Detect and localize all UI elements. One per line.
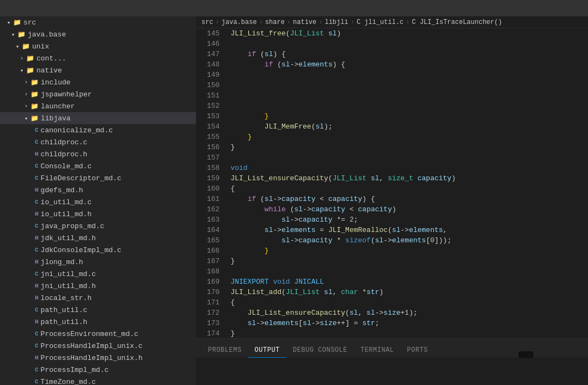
code-line: while (sl->capacity < capacity): [230, 204, 588, 215]
sidebar-item-childproc.h[interactable]: H childproc.h: [0, 148, 196, 160]
sidebar-item-JdkConsoleImpl_md.c[interactable]: C JdkConsoleImpl_md.c: [0, 244, 196, 256]
panel-tab-ports[interactable]: PORTS: [401, 343, 435, 358]
file-type-icon: H: [35, 235, 39, 241]
sidebar-item-jlong_md.h[interactable]: H jlong_md.h: [0, 256, 196, 268]
code-line: [230, 90, 588, 101]
sidebar-item-path_util.h[interactable]: H path_util.h: [0, 316, 196, 328]
line-number: 156: [207, 142, 219, 152]
sidebar-item-java-base[interactable]: ▾📁java.base: [0, 28, 196, 40]
code-line: JLI_List_add(JLI_List sl, char *str): [230, 287, 588, 297]
folder-icon: 📁: [30, 102, 39, 111]
sidebar-item-label: jspawnhelper: [41, 90, 92, 99]
panel-tab-terminal[interactable]: TERMINAL: [354, 343, 401, 358]
file-type-icon: C: [35, 307, 39, 313]
code-line: sl->capacity * sizeof(sl->elements[0]));: [230, 235, 588, 246]
file-type-icon: H: [35, 187, 39, 193]
breadcrumb-item: src: [201, 19, 213, 26]
line-number: 169: [207, 277, 219, 287]
folder-icon: 📁: [17, 30, 26, 39]
line-number: 150: [207, 80, 219, 90]
code-line: [230, 152, 588, 163]
code-line: JLI_List_ensureCapacity(JLI_List sl, siz…: [230, 173, 588, 184]
sidebar-item-label: childproc.h: [41, 150, 88, 158]
breadcrumb-separator: ›: [216, 19, 219, 26]
sidebar[interactable]: ▾📁src▾📁java.base▾📁unix›📁cont...▾📁native›…: [0, 16, 196, 385]
sidebar-item-jni_util_md.c[interactable]: C jni_util_md.c: [0, 268, 196, 280]
breadcrumb: src›java.base›share›native›libjli›C jli_…: [196, 16, 588, 28]
line-number: 146: [207, 39, 219, 49]
code-view[interactable]: 1451461471481491501511521531541551561571…: [196, 28, 588, 338]
sidebar-item-Console_md.c[interactable]: C Console_md.c: [0, 160, 196, 172]
line-number: 152: [207, 101, 219, 111]
sidebar-item-label: jlong_md.h: [41, 258, 83, 266]
folder-icon: 📁: [26, 66, 34, 75]
sidebar-item-io_util_md.h[interactable]: H io_util_md.h: [0, 208, 196, 220]
sidebar-item-ProcessHandleImpl_unix.h[interactable]: H ProcessHandleImpl_unix.h: [0, 352, 196, 364]
sidebar-item-TimeZone_md.c[interactable]: C TimeZone_md.c: [0, 376, 196, 385]
sidebar-item-label: java.base: [28, 30, 66, 39]
line-number: 158: [207, 163, 219, 173]
code-line: [230, 39, 588, 49]
line-number: 165: [207, 235, 219, 246]
sidebar-item-src[interactable]: ▾📁src: [0, 16, 196, 28]
breadcrumb-item: C JLI_IsTraceLauncher(): [412, 19, 503, 26]
line-number: 172: [207, 308, 219, 318]
sidebar-item-label: FileDescriptor_md.c: [41, 174, 121, 182]
sidebar-item-io_util_md.c[interactable]: C io_util_md.c: [0, 196, 196, 208]
breadcrumb-separator: ›: [351, 19, 354, 26]
sidebar-item-canonicalize_md.c[interactable]: C canonicalize_md.c: [0, 124, 196, 136]
folder-icon: 📁: [30, 114, 39, 123]
sidebar-item-ProcessHandleImpl_unix.c[interactable]: C ProcessHandleImpl_unix.c: [0, 340, 196, 352]
panel-tab-output[interactable]: OUTPUT: [248, 343, 286, 358]
line-number: 174: [207, 328, 219, 338]
sidebar-item-libjava[interactable]: ▾📁libjava: [0, 112, 196, 124]
file-type-icon: C: [35, 223, 39, 229]
sidebar-item-ProcessImpl_md.c[interactable]: C ProcessImpl_md.c: [0, 364, 196, 376]
sidebar-item-locale_str.h[interactable]: H locale_str.h: [0, 292, 196, 304]
breadcrumb-separator: ›: [287, 19, 291, 26]
sidebar-item-unix[interactable]: ▾📁unix: [0, 40, 196, 52]
sidebar-item-label: jdk_util_md.h: [41, 234, 96, 242]
line-number: 168: [207, 266, 219, 277]
code-content: JLI_List_free(JLI_List sl) if (sl) { if …: [225, 28, 588, 338]
breadcrumb-separator: ›: [318, 19, 322, 26]
sidebar-item-label: ProcessImpl_md.c: [41, 366, 109, 374]
code-line: }: [230, 142, 588, 152]
line-number: 157: [207, 152, 219, 163]
sidebar-item-include[interactable]: ›📁include: [0, 76, 196, 88]
sidebar-item-native[interactable]: ▾📁native: [0, 64, 196, 76]
code-line: JLI_MemFree(sl);: [230, 121, 588, 132]
breadcrumb-item: share: [265, 19, 285, 26]
code-line: if (sl->elements) {: [230, 59, 588, 70]
sidebar-item-FileDescriptor_md.c[interactable]: C FileDescriptor_md.c: [0, 172, 196, 184]
line-number: 145: [207, 28, 219, 39]
sidebar-item-jdk_util_md.h[interactable]: H jdk_util_md.h: [0, 232, 196, 244]
sidebar-item-label: Console_md.c: [41, 162, 92, 170]
file-type-icon: H: [35, 283, 39, 289]
sidebar-item-ProcessEnvironment_md.c[interactable]: C ProcessEnvironment_md.c: [0, 328, 196, 340]
line-number: 153: [207, 111, 219, 121]
sidebar-item-childproc.c[interactable]: C childproc.c: [0, 136, 196, 148]
sidebar-item-path_util.c[interactable]: C path_util.c: [0, 304, 196, 316]
sidebar-item-java_props_md.c[interactable]: C java_props_md.c: [0, 220, 196, 232]
sidebar-item-label: TimeZone_md.c: [41, 378, 96, 386]
sidebar-item-gdefs_md.h[interactable]: H gdefs_md.h: [0, 184, 196, 196]
sidebar-item-launcher[interactable]: ›📁launcher: [0, 100, 196, 112]
file-type-icon: C: [35, 366, 39, 373]
breadcrumb-item: native: [293, 19, 316, 26]
sidebar-item-label: ProcessHandleImpl_unix.c: [41, 342, 143, 350]
sidebar-item-label: ProcessEnvironment_md.c: [41, 330, 138, 338]
sidebar-item-label: path_util.c: [41, 306, 88, 314]
folder-icon: 📁: [26, 54, 34, 63]
line-number: 164: [207, 225, 219, 235]
sidebar-item-jni_util_md.h[interactable]: H jni_util_md.h: [0, 280, 196, 292]
sidebar-item-cont[interactable]: ›📁cont...: [0, 52, 196, 64]
sidebar-item-label: launcher: [41, 102, 75, 111]
sidebar-item-label: io_util_md.h: [41, 210, 92, 218]
panel-tab-debug-console[interactable]: DEBUG CONSOLE: [286, 343, 354, 358]
file-type-icon: C: [35, 343, 39, 349]
code-line: {: [230, 297, 588, 308]
sidebar-item-jspawnhelper[interactable]: ›📁jspawnhelper: [0, 88, 196, 100]
panel-tab-problems[interactable]: PROBLEMS: [201, 343, 248, 358]
line-number: 170: [207, 287, 219, 297]
